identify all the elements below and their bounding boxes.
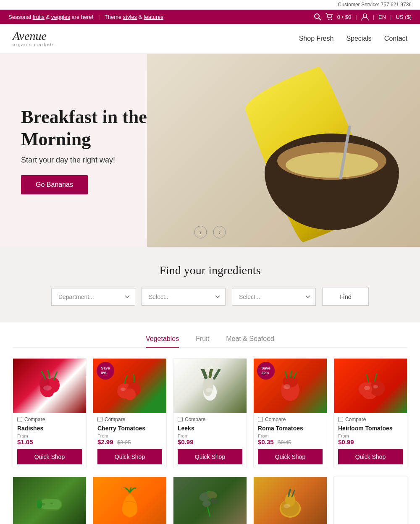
tab-meat-seafood[interactable]: Meat & Seafood	[226, 335, 274, 348]
svg-line-1	[318, 18, 320, 20]
quick-shop-radishes[interactable]: Quick Shop	[17, 449, 82, 464]
price-from-radishes: From	[17, 433, 82, 438]
quick-shop-cherry-tomatoes[interactable]: Quick Shop	[97, 449, 162, 464]
svg-point-19	[284, 384, 290, 389]
account-icon[interactable]	[361, 13, 369, 21]
hero-banner: Breakfast in the Morning Start your day …	[0, 54, 420, 247]
styles-link[interactable]: styles	[123, 14, 137, 20]
price-from-roma-tomatoes: From	[258, 433, 323, 438]
products-section: Vegetables Fruit Meat & Seafood	[0, 322, 420, 524]
compare-row-roma-tomatoes: Compare	[258, 417, 323, 422]
compare-checkbox-cherry-tomatoes[interactable]	[97, 417, 102, 422]
heirloom-tomato-icon	[354, 369, 387, 403]
product-card-leeks: Compare Leeks From $0.99 Quick Shop	[173, 358, 247, 468]
product-name-roma-tomatoes: Roma Tomatoes	[258, 425, 323, 432]
product-card-bottom-onion	[253, 477, 327, 524]
compare-label-cherry-tomatoes: Compare	[105, 417, 125, 422]
cart-icon[interactable]	[326, 13, 333, 21]
site-header: Avenue organic markets Shop Fresh Specia…	[0, 24, 420, 54]
compare-row-leeks: Compare	[178, 417, 242, 422]
compare-checkbox-heirloom-tomatoes[interactable]	[338, 417, 343, 422]
svg-point-37	[284, 504, 290, 508]
product-name-cherry-tomatoes: Cherry Tomatoes	[97, 425, 162, 432]
category-select[interactable]: Select...	[142, 288, 226, 306]
carousel-prev-button[interactable]: ‹	[194, 226, 207, 238]
price-from-leeks: From	[178, 433, 242, 438]
product-card-heirloom-tomatoes: Compare Heirloom Tomatoes From $0.99 Qui…	[333, 358, 407, 468]
compare-label-heirloom-tomatoes: Compare	[345, 417, 366, 422]
veggies-link[interactable]: veggies	[51, 14, 70, 20]
svg-point-28	[50, 503, 53, 504]
save-badge-cherry-tomatoes: Save8%	[97, 362, 114, 380]
tab-fruit[interactable]: Fruit	[196, 335, 209, 348]
announcement-prefix: Seasonal	[8, 14, 33, 20]
nav-shop-fresh[interactable]: Shop Fresh	[299, 35, 334, 42]
hero-content: Breakfast in the Morning Start your day …	[0, 89, 189, 211]
hero-subheading: Start your day the right way!	[21, 156, 168, 165]
features-link[interactable]: features	[144, 14, 163, 20]
subcategory-select[interactable]: Select...	[232, 288, 316, 306]
product-card-cherry-tomatoes: Save8% Compare Cherry	[93, 358, 167, 468]
product-name-leeks: Leeks	[178, 425, 242, 432]
nav-specials[interactable]: Specials	[346, 35, 371, 42]
svg-point-23	[364, 386, 370, 390]
product-name-heirloom-tomatoes: Heirloom Tomatoes	[338, 425, 403, 432]
find-button[interactable]: Find	[322, 288, 369, 306]
compare-checkbox-leeks[interactable]	[178, 417, 183, 422]
product-card-radishes: Compare Radishes From $1.05 Quick Shop	[13, 358, 87, 468]
finder-controls: Department... Select... Select... Find	[13, 288, 407, 306]
product-body-cherry-tomatoes: Compare Cherry Tomatoes From $2.99 $3.25…	[93, 413, 166, 468]
carousel-next-button[interactable]: ›	[213, 226, 226, 238]
product-card-roma-tomatoes: Save22% Compare Roma	[253, 358, 327, 468]
hero-cta-button[interactable]: Go Bananas	[21, 175, 88, 194]
price-cherry-tomatoes: $2.99 $3.25	[97, 438, 162, 446]
department-select[interactable]: Department...	[51, 288, 135, 306]
svg-point-13	[121, 388, 126, 391]
compare-row-radishes: Compare	[17, 417, 82, 422]
product-image-cherry-tomatoes: Save8%	[93, 359, 166, 413]
product-image-roma-tomatoes: Save22%	[254, 359, 327, 413]
product-tabs: Vegetables Fruit Meat & Seafood	[13, 335, 407, 348]
compare-row-heirloom-tomatoes: Compare	[338, 417, 403, 422]
product-body-roma-tomatoes: Compare Roma Tomatoes From $0.35 $0.45 Q…	[254, 413, 327, 468]
hero-heading: Breakfast in the Morning	[21, 106, 168, 151]
quick-shop-roma-tomatoes[interactable]: Quick Shop	[258, 449, 323, 464]
price-radishes: $1.05	[17, 438, 82, 446]
product-body-leeks: Compare Leeks From $0.99 Quick Shop	[173, 413, 247, 468]
product-image-heirloom-tomatoes	[334, 359, 407, 413]
product-image-radishes	[13, 359, 86, 413]
svg-rect-29	[37, 500, 42, 508]
product-card-bottom-herb	[173, 477, 247, 524]
main-navigation: Shop Fresh Specials Contact	[299, 35, 407, 42]
compare-row-cherry-tomatoes: Compare	[97, 417, 162, 422]
svg-point-15	[203, 375, 213, 396]
ingredient-finder: Find your ingredients Department... Sele…	[0, 247, 420, 322]
site-logo[interactable]: Avenue organic markets	[13, 30, 55, 47]
currency-label[interactable]: US ($)	[396, 14, 412, 20]
language-label[interactable]: EN	[378, 14, 386, 20]
save-badge-roma-tomatoes: Save22%	[257, 362, 275, 380]
quick-shop-heirloom-tomatoes[interactable]: Quick Shop	[338, 449, 403, 464]
finder-heading: Find your ingredients	[13, 264, 407, 277]
search-icon[interactable]	[314, 13, 321, 21]
fruits-link[interactable]: fruits	[33, 14, 45, 20]
price-leeks: $0.99	[178, 438, 242, 446]
svg-point-12	[124, 388, 136, 400]
compare-checkbox-roma-tomatoes[interactable]	[258, 417, 263, 422]
cart-count-label: 0 • $0	[337, 14, 351, 20]
nav-contact[interactable]: Contact	[384, 35, 407, 42]
roma-tomato-icon	[273, 369, 307, 403]
svg-point-4	[363, 14, 367, 17]
compare-checkbox-radishes[interactable]	[17, 417, 22, 422]
cherry-tomato-icon	[113, 369, 147, 403]
utility-bar: Customer Service: 757 621 9736	[0, 0, 420, 10]
svg-point-3	[331, 19, 332, 20]
svg-point-8	[46, 392, 53, 397]
tab-vegetables[interactable]: Vegetables	[146, 335, 179, 348]
announcement-bar: Seasonal fruits & veggies are here! | Th…	[0, 10, 420, 24]
svg-point-27	[42, 503, 45, 506]
quick-shop-leeks[interactable]: Quick Shop	[178, 449, 242, 464]
carousel-controls: ‹ ›	[194, 226, 226, 238]
zucchini-icon	[33, 487, 66, 521]
banana-slices	[286, 152, 378, 178]
